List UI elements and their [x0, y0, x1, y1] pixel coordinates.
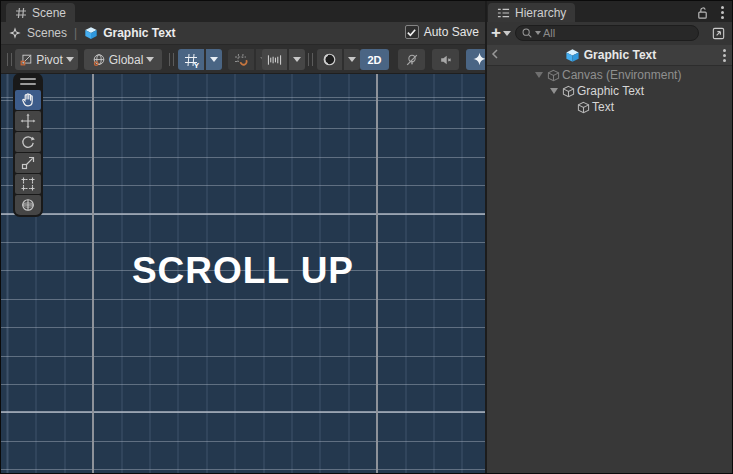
effects-star-icon: [472, 52, 486, 67]
back-chevron-button[interactable]: [489, 47, 501, 61]
tree-item-canvas[interactable]: Canvas (Environment): [487, 67, 733, 83]
search-box[interactable]: [515, 25, 699, 41]
snap-increment-button[interactable]: [262, 49, 287, 70]
move-tool-icon: [20, 113, 36, 129]
tool-hand-button[interactable]: [15, 90, 41, 110]
scene-audio-toggle[interactable]: [432, 49, 459, 70]
scene-tab-label: Scene: [32, 6, 66, 20]
tool-palette: [13, 73, 43, 217]
tool-transform-button[interactable]: [15, 195, 41, 215]
search-icon: [521, 27, 533, 39]
tool-scale-button[interactable]: [15, 153, 41, 173]
ruler-icon: [267, 53, 282, 67]
global-button[interactable]: Global: [84, 49, 162, 70]
grid-visibility-dropdown[interactable]: [206, 49, 222, 70]
open-new-window-button[interactable]: [711, 26, 726, 41]
chevron-down-icon: [66, 57, 74, 62]
globe-icon: [92, 53, 106, 67]
unlock-button[interactable]: [696, 6, 709, 20]
tool-palette-drag-handle[interactable]: [15, 73, 41, 90]
create-object-button[interactable]: +: [491, 23, 511, 43]
expand-arrow-icon[interactable]: [550, 88, 558, 94]
grid-y-icon: Y: [184, 53, 198, 67]
scale-tool-icon: [20, 155, 36, 171]
snap-increment-dropdown[interactable]: [289, 49, 305, 70]
rect-tool-icon: [20, 176, 36, 192]
gameobject-cube-icon: [562, 85, 575, 98]
toolbar-drag-handle[interactable]: [7, 53, 12, 66]
shaded-sphere-icon: [322, 52, 337, 67]
check-icon: [406, 27, 417, 38]
prefab-cube-icon: [565, 48, 580, 63]
tool-move-button[interactable]: [15, 111, 41, 131]
auto-save-checkbox[interactable]: [405, 25, 419, 39]
prefab-stage-title: Graphic Text: [584, 48, 656, 62]
expand-arrow-icon[interactable]: [535, 72, 543, 78]
hierarchy-list-icon: [497, 7, 510, 19]
breadcrumb-root[interactable]: Scenes: [27, 26, 67, 40]
chevron-down-icon: [293, 57, 301, 62]
pivot-label: Pivot: [36, 53, 63, 67]
chevron-down-icon: [146, 57, 154, 62]
rotate-tool-icon: [20, 134, 36, 150]
scene-canvas-text: SCROLL UP: [132, 250, 354, 292]
prefab-stage-header: Graphic Text: [487, 45, 733, 66]
scene-panel: Scene Scenes | Graphic Text Auto Save: [1, 1, 485, 474]
breadcrumb: Scenes | Graphic Text Auto Save: [1, 22, 485, 45]
chevron-down-icon: [348, 57, 356, 62]
tree-item-text[interactable]: Text: [487, 99, 733, 115]
hierarchy-panel: Hierarchy +: [487, 1, 733, 474]
search-filter-caret-icon: [535, 31, 541, 35]
hierarchy-tab-label: Hierarchy: [515, 6, 566, 20]
hierarchy-search-row: +: [487, 22, 733, 45]
chevron-down-icon: [210, 57, 218, 62]
tree-item-graphic-text[interactable]: Graphic Text: [487, 83, 733, 99]
mode-2d-label: 2D: [367, 54, 381, 66]
chevron-down-icon: [503, 31, 511, 36]
hierarchy-tab-strip: Hierarchy: [487, 1, 733, 22]
tree-item-label: Graphic Text: [577, 84, 644, 98]
pivot-button[interactable]: Pivot: [15, 49, 78, 70]
prefab-header-menu-button[interactable]: [721, 47, 728, 64]
snap-toggle[interactable]: [228, 49, 254, 70]
tool-rotate-button[interactable]: [15, 132, 41, 152]
tree-item-label: Canvas (Environment): [562, 68, 681, 82]
transform-tool-icon: [20, 197, 36, 213]
global-label: Global: [109, 53, 144, 67]
scene-lighting-toggle[interactable]: [398, 49, 425, 70]
scene-tab-strip: Scene: [1, 1, 485, 22]
tool-rect-button[interactable]: [15, 174, 41, 194]
prefab-cube-icon: [84, 26, 98, 40]
breadcrumb-current[interactable]: Graphic Text: [103, 26, 175, 40]
toolbar-drag-handle[interactable]: [169, 53, 174, 66]
gameobject-cube-icon: [547, 69, 560, 82]
scene-toolbar: Pivot Global Y: [1, 45, 485, 74]
hierarchy-tree: Canvas (Environment) Graphic Text Text: [487, 67, 733, 115]
grid-visibility-toggle[interactable]: Y: [178, 49, 204, 70]
scenes-collection-icon: [8, 26, 22, 40]
scene-viewport[interactable]: SCROLL UP: [1, 74, 485, 474]
tab-scene[interactable]: Scene: [6, 3, 75, 22]
shading-mode-dropdown[interactable]: [344, 49, 360, 70]
mode-2d-toggle[interactable]: 2D: [360, 49, 389, 70]
hand-tool-icon: [20, 92, 36, 108]
breadcrumb-separator: |: [72, 26, 79, 40]
unity-editor-window: Scene Scenes | Graphic Text Auto Save: [0, 0, 733, 474]
plus-icon: +: [491, 23, 501, 43]
scene-grid-icon: [15, 7, 27, 19]
tab-hierarchy[interactable]: Hierarchy: [488, 3, 575, 22]
audio-muted-icon: [439, 53, 453, 67]
shading-mode-button[interactable]: [317, 49, 342, 70]
gameobject-cube-icon: [577, 101, 590, 114]
tree-item-label: Text: [592, 100, 614, 114]
pivot-icon: [19, 53, 33, 67]
hierarchy-menu-button[interactable]: [719, 4, 726, 21]
toolbar-drag-handle[interactable]: [308, 53, 313, 66]
search-input[interactable]: [543, 27, 693, 39]
light-off-icon: [405, 53, 419, 67]
auto-save-label: Auto Save: [424, 25, 479, 39]
snap-magnet-icon: [234, 53, 248, 67]
auto-save-toggle[interactable]: Auto Save: [405, 25, 479, 39]
scene-effects-toggle[interactable]: [466, 49, 485, 70]
